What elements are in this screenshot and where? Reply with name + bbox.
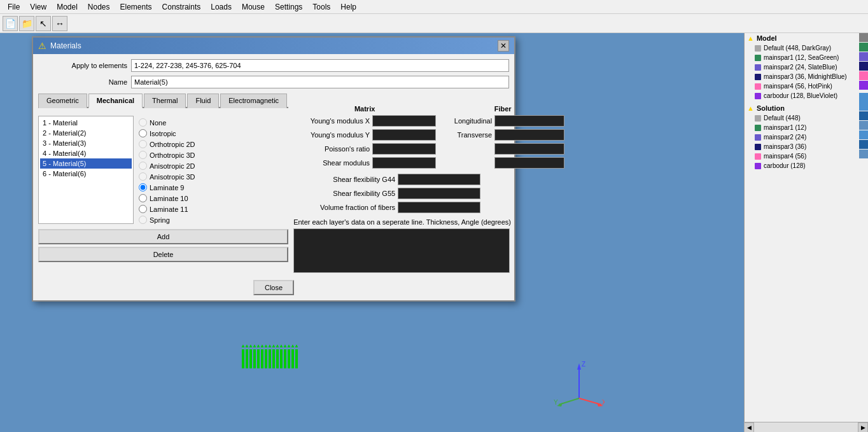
solution-item-2[interactable]: mainspar2 (24)	[745, 132, 868, 142]
material-list-item-0[interactable]: 1 - Material	[40, 118, 132, 128]
model-items-container: Default (448, DarkGray)mainspar1 (12, Se…	[745, 43, 868, 101]
material-list-item-4[interactable]: 5 - Material(5)	[40, 158, 132, 169]
menu-nodes[interactable]: Nodes	[83, 1, 115, 13]
material-list-item-3[interactable]: 4 - Material(4)	[40, 148, 132, 158]
material-list-item-5[interactable]: 6 - Material(6)	[40, 169, 132, 179]
model-item-1[interactable]: mainspar1 (12, SeaGreen)	[745, 53, 868, 62]
g44-label: Shear flexibility G44	[293, 176, 395, 183]
left-panel: Geometric Mechanical Thermal Fluid Elect…	[38, 92, 288, 275]
youngs-y-input[interactable]	[372, 129, 436, 141]
menu-mouse[interactable]: Mouse	[237, 1, 270, 13]
radio-item-3[interactable]: Orthotropic 3D	[139, 151, 195, 159]
radio-label-7: Laminate 10	[150, 195, 188, 202]
menu-model[interactable]: Model	[52, 1, 83, 13]
solution-item-0[interactable]: Default (448)	[745, 113, 868, 123]
menu-file[interactable]: File	[3, 1, 25, 13]
longitudinal-input[interactable]	[494, 115, 564, 127]
radio-item-2[interactable]: Orthotropic 2D	[139, 140, 195, 148]
layer-data-input[interactable]	[293, 228, 510, 273]
menu-tools[interactable]: Tools	[307, 1, 335, 13]
radio-item-6[interactable]: Laminate 9	[139, 183, 195, 192]
materials-list[interactable]: 1 - Material2 - Material(2)3 - Material(…	[38, 116, 134, 224]
vol-frac-row: Volume fraction of fibers	[293, 202, 564, 213]
radio-anisotropic-2d[interactable]	[139, 162, 147, 170]
menu-loads[interactable]: Loads	[206, 1, 237, 13]
g55-label: Shear flexibility G55	[293, 190, 395, 197]
vol-frac-input[interactable]	[398, 202, 480, 213]
model-item-3[interactable]: mainspar3 (36, MidnightBlue)	[745, 72, 868, 81]
material-list-item-2[interactable]: 3 - Material(3)	[40, 138, 132, 148]
solution-item-1[interactable]: mainspar1 (12)	[745, 123, 868, 132]
color-blueviolet	[859, 81, 868, 90]
g44-input[interactable]	[398, 174, 480, 185]
solution-triangle-icon: ▲	[747, 104, 754, 112]
name-input[interactable]	[131, 76, 509, 88]
radio-laminate-11[interactable]	[139, 205, 147, 213]
model-item-2[interactable]: mainspar2 (24, SlateBlue)	[745, 62, 868, 72]
tab-bar: Geometric Mechanical Thermal Fluid Elect…	[38, 92, 288, 108]
matrix-header: Matrix	[293, 105, 436, 113]
right-panel-scrollbar[interactable]: ◀ ▶	[744, 422, 868, 432]
fiber-section: Fiber Longitudinal Transverse	[441, 105, 564, 171]
youngs-x-input[interactable]	[372, 115, 436, 127]
solution-item-5[interactable]: carbodur (128)	[745, 161, 868, 171]
radio-orthotropic-2d[interactable]	[139, 140, 147, 148]
radio-item-0[interactable]: None	[139, 118, 195, 127]
shear-mod-input[interactable]	[372, 157, 436, 169]
open-button[interactable]: 📁	[19, 16, 34, 31]
zoom-button[interactable]: ↔	[52, 16, 67, 31]
dialog-overlay: ⚠ Materials ✕ Apply to elements Name	[0, 33, 734, 432]
poissons-input[interactable]	[372, 143, 436, 155]
model-section-header: ▲ Model	[745, 33, 868, 43]
radio-spring[interactable]	[139, 216, 147, 224]
radio-laminate-9[interactable]	[139, 183, 147, 192]
color-blue-large2	[859, 130, 868, 139]
material-list-item-1[interactable]: 2 - Material(2)	[40, 128, 132, 138]
model-label: Model	[757, 34, 777, 42]
radio-item-4[interactable]: Anisotropic 2D	[139, 162, 195, 170]
radio-label-3: Orthotropic 3D	[150, 151, 195, 159]
radio-anisotropic-3d[interactable]	[139, 172, 147, 181]
solution-item-4[interactable]: mainspar4 (56)	[745, 151, 868, 161]
model-item-0[interactable]: Default (448, DarkGray)	[745, 43, 868, 53]
model-item-5[interactable]: carbodur (128, BlueViolet)	[745, 91, 868, 101]
tab-thermal[interactable]: Thermal	[144, 94, 186, 108]
menu-settings[interactable]: Settings	[270, 1, 307, 13]
close-dialog-button[interactable]: ✕	[498, 40, 509, 52]
scroll-right-btn[interactable]: ▶	[858, 422, 868, 432]
dialog-titlebar: ⚠ Materials ✕	[33, 38, 514, 54]
tab-electromagnetic[interactable]: Electromagnetic	[220, 94, 287, 108]
menu-view[interactable]: View	[25, 1, 52, 13]
menu-help[interactable]: Help	[335, 1, 361, 13]
fiber-field4-input[interactable]	[494, 157, 564, 169]
scroll-left-btn[interactable]: ◀	[744, 422, 754, 432]
tab-mechanical[interactable]: Mechanical	[88, 94, 143, 108]
radio-isotropic[interactable]	[139, 129, 147, 137]
transverse-label: Transverse	[441, 131, 492, 139]
g55-input[interactable]	[398, 188, 480, 199]
menu-constraints[interactable]: Constraints	[157, 1, 206, 13]
radio-none[interactable]	[139, 118, 147, 127]
properties-panel: Matrix Young's modulus X Young's modulus…	[293, 92, 564, 275]
radio-item-1[interactable]: Isotropic	[139, 129, 195, 137]
radio-item-8[interactable]: Laminate 11	[139, 205, 195, 213]
apply-to-elements-input[interactable]	[131, 59, 509, 72]
radio-laminate-10[interactable]	[139, 194, 147, 202]
radio-orthotropic-3d[interactable]	[139, 151, 147, 159]
tab-geometric[interactable]: Geometric	[38, 94, 87, 108]
fiber-field3-input[interactable]	[494, 143, 564, 155]
cursor-button[interactable]: ↖	[36, 16, 51, 31]
close-button[interactable]: Close	[253, 280, 294, 295]
model-item-4[interactable]: mainspar4 (56, HotPink)	[745, 81, 868, 91]
solution-item-3[interactable]: mainspar3 (36)	[745, 142, 868, 151]
radio-item-5[interactable]: Anisotropic 3D	[139, 172, 195, 181]
delete-button[interactable]: Delete	[38, 247, 288, 262]
add-button[interactable]: Add	[38, 229, 288, 244]
menu-elements[interactable]: Elements	[115, 1, 157, 13]
tab-fluid[interactable]: Fluid	[187, 94, 219, 108]
shear-mod-row: Shear modulus	[293, 157, 436, 169]
radio-item-9[interactable]: Spring	[139, 216, 195, 224]
transverse-input[interactable]	[494, 129, 564, 141]
new-button[interactable]: 📄	[3, 16, 18, 31]
radio-item-7[interactable]: Laminate 10	[139, 194, 195, 202]
